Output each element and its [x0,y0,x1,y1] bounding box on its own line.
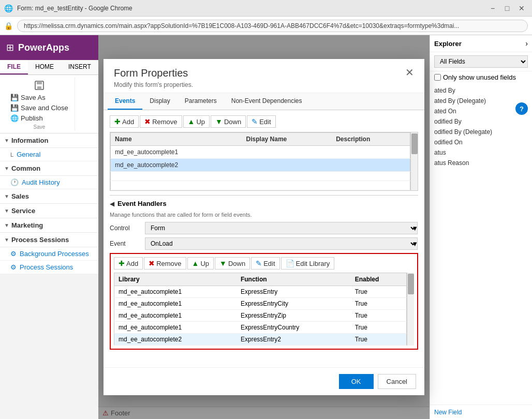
dialog-tab-display[interactable]: Display [142,93,177,110]
right-panel-header: Explorer › [430,35,532,52]
app-body: ⊞ PowerApps FILE HOME INSERT [0,35,532,419]
handlers-edit-library-label: Edit Library [296,260,330,267]
params-remove-button[interactable]: ✖ Remove [140,115,182,128]
event-select[interactable]: OnLoad [145,237,418,250]
nav-section-information-label: Information [11,137,49,144]
control-select[interactable]: Form [145,222,418,234]
handlers-down-icon: ▼ [219,259,227,267]
handler-row4-library: md_ee_autocomplete1 [114,322,237,334]
nav-item-general[interactable]: L General [0,148,98,161]
address-input[interactable] [17,20,528,32]
nav-section-information[interactable]: ▼ Information [0,133,98,148]
handlers-scrollbar-thumb[interactable] [408,274,414,294]
fields-filter-select[interactable]: All Fields [434,55,528,68]
nav-section-sales-label: Sales [11,192,29,200]
field-item[interactable]: atus Reason [434,158,528,168]
table-row[interactable]: md_ee_autocomplete1 ExpressEntryZip True [114,310,407,322]
minimize-button[interactable]: − [486,2,499,14]
help-icon[interactable]: ? [515,102,528,115]
right-panel-fields: ated By ated By (Delegate) ated On odifi… [430,83,532,170]
nav-section-common-label: Common [11,164,40,172]
scrollbar-thumb[interactable] [411,133,418,154]
proc-session-icon: ⚙ [10,263,17,271]
nav-item-audit-history[interactable]: 🕐 Audit History [0,176,98,189]
handler-row1-function: ExpressEntry [237,286,351,298]
ribbon-tab-home[interactable]: HOME [28,60,61,74]
params-add-button[interactable]: ✚ Add [110,115,139,128]
field-item[interactable]: ated By (Delegate) [434,96,528,106]
table-row[interactable]: md_ee_autocomplete1 ExpressEntryCountry … [114,322,407,334]
dialog-header-text: Form Properties Modify this form's prope… [114,67,193,88]
expand-icon[interactable]: › [525,39,528,48]
field-item[interactable]: atus [434,147,528,158]
handlers-remove-button[interactable]: ✖ Remove [144,257,186,270]
close-button[interactable]: ✕ [515,2,528,14]
params-up-button[interactable]: ▲ Up [183,115,210,128]
table-row[interactable]: md_ee_autocomplete2 ExpressEntry2 True [114,334,407,346]
handlers-table-header: Library Function Enabled [114,273,407,286]
event-handlers-section-header[interactable]: ◀ Event Handlers [110,195,418,212]
ribbon-tab-file[interactable]: FILE [0,60,28,74]
save-button[interactable] [31,78,48,93]
chevron-common-icon: ▼ [4,166,9,171]
nav-item-process-sessions[interactable]: ⚙ Process Sessions [0,261,98,274]
handlers-edit-button[interactable]: ✎ Edit [251,257,279,270]
nav-section-process[interactable]: ▼ Process Sessions [0,233,98,247]
params-remove-label: Remove [152,118,177,126]
handlers-edit-library-button[interactable]: 📄 Edit Library [281,257,335,270]
table-row[interactable]: md_ee_autocomplete2 [111,159,410,172]
maximize-button[interactable]: □ [501,2,513,14]
nav-section-marketing[interactable]: ▼ Marketing [0,218,98,233]
handlers-add-button[interactable]: ✚ Add [114,257,143,270]
nav-section-marketing-label: Marketing [11,221,43,229]
dialog-tab-parameters[interactable]: Parameters [178,93,224,110]
nav-section-service-label: Service [11,207,35,215]
table-row[interactable]: md_ee_autocomplete1 ExpressEntryCity Tru… [114,298,407,310]
dialog-tab-events[interactable]: Events [108,93,142,110]
nav-item-bg-label: Background Processes [20,250,89,258]
col-enabled-header: Enabled [351,273,407,286]
handlers-scrollbar[interactable] [407,273,414,346]
control-label: Control [110,225,141,232]
handlers-up-button[interactable]: ▲ Up [187,257,214,270]
params-edit-button[interactable]: ✎ Edit [247,115,275,128]
nav-section-sales[interactable]: ▼ Sales [0,189,98,204]
ribbon-tabs: FILE HOME INSERT [0,60,98,75]
chevron-service-icon: ▼ [4,208,9,214]
table-row[interactable]: md_ee_autocomplete1 ExpressEntry True [114,286,407,298]
dialog-close-button[interactable]: ✕ [405,67,414,78]
dialog-tab-non-event[interactable]: Non-Event Dependencies [224,93,309,110]
save-close-button[interactable]: 💾 Save and Close [8,103,70,113]
ok-button[interactable]: OK [339,374,374,389]
content-area-right: Form Properties Modify this form's prope… [98,35,532,419]
new-field-button[interactable]: New Field [434,409,462,416]
field-item[interactable]: odified On [434,137,528,147]
handlers-add-icon: ✚ [119,259,125,267]
ribbon-tab-insert[interactable]: INSERT [61,60,98,74]
handlers-up-label: Up [200,260,209,267]
row1-description [332,146,410,159]
app-layout: 🌐 Form: md_ee_testEntity - Google Chrome… [0,0,532,419]
nav-item-background-processes[interactable]: ⚙ Background Processes [0,247,98,261]
field-item[interactable]: ated On [434,106,528,116]
handlers-toolbar: ✚ Add ✖ Remove [114,257,414,270]
table-row[interactable]: md_ee_autocomplete1 [111,146,410,159]
unused-fields-checkbox[interactable] [434,74,441,81]
field-item[interactable]: odified By [434,116,528,127]
field-item[interactable]: odified By (Delegate) [434,127,528,137]
publish-button[interactable]: 🌐 Publish [8,113,70,123]
nav-section-common[interactable]: ▼ Common [0,161,98,176]
handlers-down-button[interactable]: ▼ Down [215,257,250,270]
handler-row4-enabled: True [351,322,407,334]
add-icon: ✚ [114,117,121,126]
field-item[interactable]: ated By [434,85,528,96]
params-down-button[interactable]: ▼ Down [211,115,246,128]
handlers-edit-label: Edit [263,260,275,267]
row2-description [332,159,410,172]
audit-icon: 🕐 [10,178,19,186]
nav-section-service[interactable]: ▼ Service [0,204,98,218]
cancel-button[interactable]: Cancel [378,374,416,389]
save-as-button[interactable]: 💾 Save As [8,93,70,102]
params-scrollbar[interactable] [410,132,418,190]
control-row: Control Form ▼ [110,222,418,234]
